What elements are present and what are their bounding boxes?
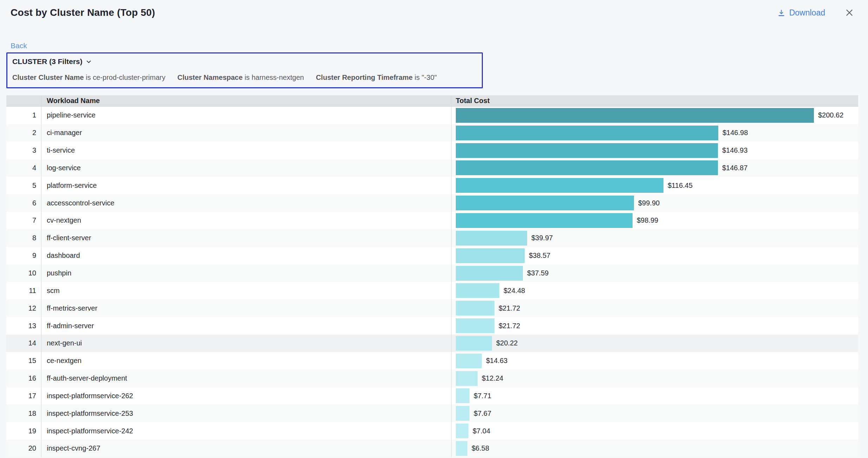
row-rank: 14 [6,335,41,352]
row-rank: 5 [6,177,41,194]
table-row[interactable]: 9 dashboard $38.57 [6,247,858,265]
row-rank: 1 [6,107,41,124]
cost-bar [456,354,482,368]
row-rank: 13 [6,317,41,335]
filter-summary-label: CLUSTER (3 Filters) [12,57,83,66]
filter-criterion: Cluster Namespace is harness-nextgen [177,74,304,82]
cost-value-label: $7.67 [474,409,491,418]
table-header-row: Workload Name Total Cost [6,95,858,107]
row-total-cost-cell: $146.87 [452,159,858,177]
table-row[interactable]: 12 ff-metrics-server $21.72 [6,299,858,317]
row-rank: 19 [6,422,41,440]
row-workload-name: ff-admin-server [41,317,452,335]
column-header-rank [6,95,41,106]
row-rank: 7 [6,212,41,229]
row-workload-name: dashboard [41,247,452,265]
cost-bar [456,126,718,140]
table-row[interactable]: 5 platform-service $116.45 [6,177,858,194]
cost-value-label: $21.72 [499,322,520,330]
table-row[interactable]: 3 ti-service $146.93 [6,142,858,159]
row-total-cost-cell: $6.58 [452,440,858,457]
table-row[interactable]: 11 scm $24.48 [6,282,858,299]
row-workload-name: ti-service [41,142,452,159]
row-workload-name: scm [41,282,452,299]
row-workload-name: ff-client-server [41,229,452,247]
row-rank: 3 [6,142,41,159]
column-header-workload-name: Workload Name [41,95,452,106]
table-row[interactable]: 16 ff-auth-server-deployment $12.24 [6,370,858,387]
download-label: Download [789,8,825,18]
cost-bar [456,143,718,158]
row-rank: 4 [6,159,41,177]
table-row[interactable]: 7 cv-nextgen $98.99 [6,212,858,229]
row-rank: 10 [6,265,41,282]
cost-value-label: $14.63 [486,357,507,365]
row-workload-name: inspect-platformservice-262 [41,387,452,405]
cost-value-label: $38.57 [529,252,550,260]
back-link[interactable]: Back [11,42,27,50]
cost-value-label: $39.97 [531,234,553,242]
row-total-cost-cell: $7.04 [452,422,858,440]
cost-bar [456,266,523,281]
filter-criterion: Cluster Reporting Timeframe is "-30" [316,74,437,82]
filter-criteria-list: Cluster Cluster Name is ce-prod-cluster-… [12,74,477,82]
cost-value-label: $21.72 [499,304,520,312]
table-row[interactable]: 15 ce-nextgen $14.63 [6,352,858,370]
row-workload-name: ci-manager [41,124,452,142]
row-total-cost-cell: $146.93 [452,142,858,159]
download-button[interactable]: Download [777,8,825,18]
cost-value-label: $200.62 [818,111,843,119]
close-icon[interactable] [845,8,854,17]
filter-summary-dropdown[interactable]: CLUSTER (3 Filters) [12,57,92,66]
table-row[interactable]: 14 next-gen-ui $20.22 [6,335,858,352]
cost-value-label: $146.98 [723,129,748,137]
cost-bar [456,248,525,263]
row-total-cost-cell: $38.57 [452,247,858,265]
table-row[interactable]: 6 accesscontrol-service $99.90 [6,194,858,212]
table-row[interactable]: 2 ci-manager $146.98 [6,124,858,142]
header-actions: Download [777,8,854,18]
table-row[interactable]: 20 inspect-cvng-267 $6.58 [6,440,858,457]
table-row[interactable]: 8 ff-client-server $39.97 [6,229,858,247]
row-rank: 12 [6,299,41,317]
row-total-cost-cell: $12.24 [452,370,858,387]
cost-bar [456,283,499,298]
cost-bar [456,406,469,421]
row-workload-name: ce-nextgen [41,352,452,370]
table-row[interactable]: 1 pipeline-service $200.62 [6,107,858,124]
table-row[interactable]: 13 ff-admin-server $21.72 [6,317,858,335]
cost-bar [456,108,814,123]
table-row[interactable]: 18 inspect-platformservice-253 $7.67 [6,405,858,422]
table-row[interactable]: 17 inspect-platformservice-262 $7.71 [6,387,858,405]
row-rank: 18 [6,405,41,422]
cost-by-cluster-modal: Cost by Cluster Name (Top 50) Download B… [0,0,868,457]
table-row[interactable]: 10 pushpin $37.59 [6,265,858,282]
cost-value-label: $99.90 [638,199,660,207]
row-rank: 11 [6,282,41,299]
table-body: 1 pipeline-service $200.62 2 ci-manager … [6,107,858,457]
cost-value-label: $37.59 [527,269,549,277]
table-row[interactable]: 4 log-service $146.87 [6,159,858,177]
cost-value-label: $20.22 [496,339,518,347]
cost-value-label: $146.87 [722,164,747,172]
row-workload-name: platform-service [41,177,452,194]
page-title: Cost by Cluster Name (Top 50) [11,7,155,18]
table-row[interactable]: 19 inspect-platformservice-242 $7.04 [6,422,858,440]
row-rank: 16 [6,370,41,387]
row-rank: 6 [6,194,41,212]
cost-bar [456,178,663,193]
row-total-cost-cell: $7.67 [452,405,858,422]
row-total-cost-cell: $14.63 [452,352,858,370]
modal-header: Cost by Cluster Name (Top 50) Download [0,0,868,18]
row-total-cost-cell: $21.72 [452,317,858,335]
cost-bar [456,336,492,351]
row-workload-name: pipeline-service [41,107,452,124]
filter-panel: CLUSTER (3 Filters) Cluster Cluster Name… [6,52,483,88]
row-workload-name: ff-metrics-server [41,299,452,317]
cost-value-label: $7.71 [474,392,491,400]
cost-bar [456,160,718,175]
row-total-cost-cell: $39.97 [452,229,858,247]
row-rank: 15 [6,352,41,370]
row-total-cost-cell: $37.59 [452,265,858,282]
filter-criterion: Cluster Cluster Name is ce-prod-cluster-… [12,74,166,82]
